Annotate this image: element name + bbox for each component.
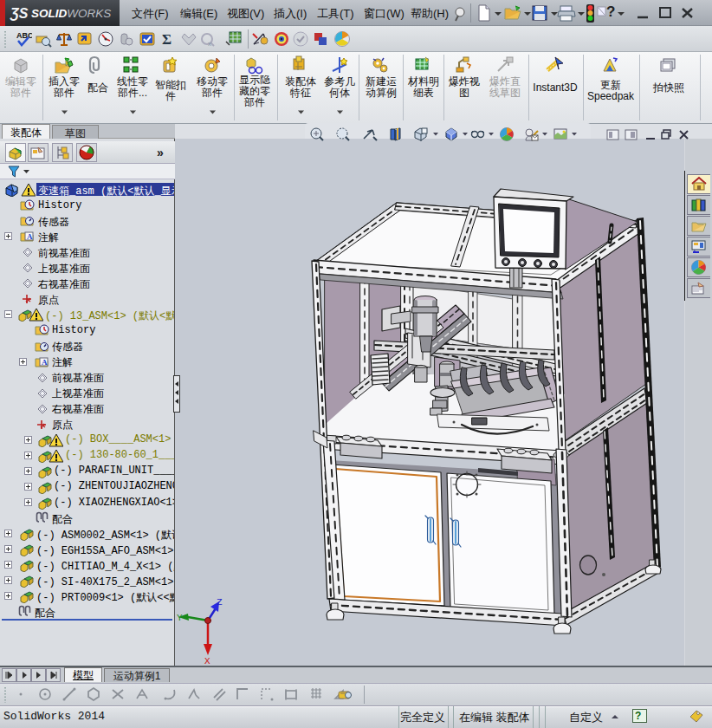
svg-text:Σ: Σ [162,31,172,48]
svg-text:ABC: ABC [16,31,32,40]
svg-text:Z: Z [217,597,223,608]
svg-text:Y: Y [177,613,183,623]
svg-text:x: x [208,40,211,48]
svg-text:ƷS: ƷS [10,6,29,21]
svg-text:SOLIDWORKS: SOLIDWORKS [31,7,111,20]
svg-text:X: X [204,656,210,666]
